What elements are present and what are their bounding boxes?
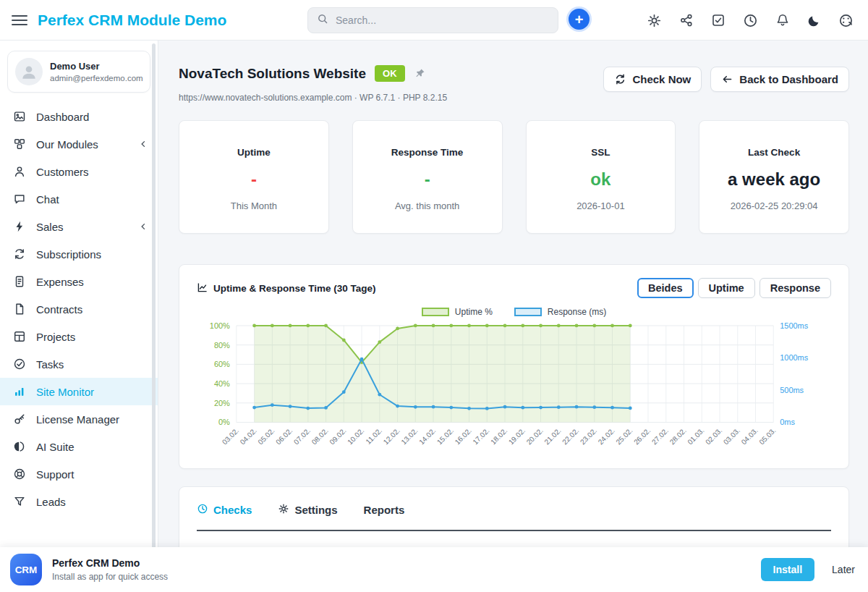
sidebar-item-label: Chat	[36, 193, 59, 206]
back-to-dashboard-button[interactable]: Back to Dashboard	[710, 67, 849, 92]
stats-row: Uptime - This Month Response Time - Avg.…	[179, 120, 849, 234]
svg-text:11.02.: 11.02.	[364, 426, 383, 446]
legend-item[interactable]: Response (ms)	[514, 307, 606, 317]
legend-item[interactable]: Uptime %	[422, 307, 493, 317]
chevron-left-icon	[139, 222, 148, 231]
svg-text:13.02.: 13.02.	[399, 426, 419, 446]
legend-swatch	[514, 308, 542, 316]
chart-button-beides[interactable]: Beides	[637, 278, 694, 298]
sidebar-item-leads[interactable]: Leads	[0, 488, 158, 515]
svg-text:08.02.: 08.02.	[310, 426, 330, 446]
svg-text:04.03.: 04.03.	[740, 426, 760, 446]
sidebar-item-customers[interactable]: Customers	[0, 158, 158, 185]
sidebar-item-sales[interactable]: Sales	[0, 213, 158, 240]
tab-checks[interactable]: Checks	[197, 503, 252, 517]
svg-text:02.03.: 02.03.	[704, 426, 723, 446]
leads-funnel-icon	[13, 495, 26, 508]
projects-icon	[13, 330, 26, 343]
gear-icon[interactable]	[647, 13, 662, 28]
sidebar-item-label: Projects	[36, 331, 75, 343]
sidebar-menu: Dashboard Our Modules Customers Chat Sal…	[0, 103, 158, 515]
svg-text:500ms: 500ms	[780, 386, 804, 394]
arrow-left-icon	[721, 73, 733, 85]
sidebar-item-dashboard[interactable]: Dashboard	[0, 103, 158, 130]
sidebar-item-expenses[interactable]: Expenses	[0, 268, 158, 295]
hamburger-menu-icon[interactable]	[12, 12, 27, 28]
svg-text:09.02.: 09.02.	[328, 426, 347, 446]
user-email: admin@perfexdemo.com	[50, 74, 143, 83]
tasks-icon	[13, 358, 26, 371]
dashboard-icon	[13, 110, 26, 123]
check-now-label: Check Now	[632, 73, 691, 85]
tab-reports[interactable]: Reports	[364, 504, 405, 516]
quick-add-button[interactable]: +	[569, 9, 590, 30]
sidebar-item-label: Dashboard	[36, 111, 89, 123]
share-icon[interactable]	[679, 13, 694, 28]
sidebar-scrollbar[interactable]	[152, 43, 156, 586]
navbar-icon-cluster	[647, 0, 854, 41]
svg-text:25.02.: 25.02.	[614, 426, 634, 446]
stat-caption: This Month	[188, 200, 320, 211]
site-meta: https://www.novatech-solutions.example.c…	[179, 93, 447, 103]
palette-icon[interactable]	[838, 13, 854, 28]
install-button[interactable]: Install	[761, 558, 814, 581]
uptime-response-chart: 03.02.04.02.05.02.06.02.07.02.08.02.09.0…	[197, 318, 831, 461]
app-window: Perfex CRM Module Demo +	[0, 0, 868, 592]
sidebar-item-projects[interactable]: Projects	[0, 323, 158, 350]
sidebar-item-contracts[interactable]: Contracts	[0, 295, 158, 323]
sidebar-item-our-modules[interactable]: Our Modules	[0, 130, 158, 158]
svg-text:20%: 20%	[214, 399, 230, 407]
chart-button-uptime[interactable]: Uptime	[698, 278, 755, 298]
sidebar-item-label: Leads	[36, 496, 66, 508]
install-subtitle: Install as app for quick access	[52, 572, 168, 582]
tab-settings[interactable]: Settings	[278, 503, 337, 517]
chart-button-response[interactable]: Response	[760, 278, 831, 298]
status-badge: OK	[375, 65, 405, 82]
user-profile-card[interactable]: Demo User admin@perfexdemo.com	[7, 51, 150, 93]
sidebar-item-support[interactable]: Support	[0, 460, 158, 488]
check-now-button[interactable]: Check Now	[603, 67, 702, 92]
sidebar-item-license-manager[interactable]: License Manager	[0, 405, 158, 433]
svg-text:05.03.: 05.03.	[757, 426, 777, 446]
svg-text:40%: 40%	[214, 379, 230, 388]
legend-swatch	[422, 308, 449, 316]
sidebar-item-site-monitor[interactable]: Site Monitor	[0, 378, 158, 405]
check-square-icon[interactable]	[711, 13, 726, 28]
stat-caption: 2026-10-01	[535, 200, 667, 211]
bell-icon[interactable]	[775, 13, 790, 28]
svg-text:14.02.: 14.02.	[417, 426, 437, 446]
crm-logo: CRM	[10, 554, 42, 585]
svg-text:10.02.: 10.02.	[346, 426, 365, 446]
search-input[interactable]	[334, 14, 549, 27]
stat-caption: Avg. this month	[362, 200, 493, 211]
svg-text:20.02.: 20.02.	[525, 426, 545, 446]
sidebar-item-tasks[interactable]: Tasks	[0, 350, 158, 378]
later-button[interactable]: Later	[832, 564, 855, 575]
app-title[interactable]: Perfex CRM Module Demo	[38, 12, 226, 29]
pin-icon[interactable]	[414, 67, 426, 80]
svg-text:23.02.: 23.02.	[579, 426, 598, 446]
chart-range-buttons: Beides Uptime Response	[637, 278, 831, 298]
ai-suite-icon	[13, 440, 26, 453]
svg-text:24.02.: 24.02.	[597, 426, 616, 446]
life-buoy-icon	[13, 468, 26, 481]
stat-value: -	[362, 169, 493, 190]
contracts-icon	[13, 303, 26, 316]
top-navbar: Perfex CRM Module Demo +	[0, 0, 868, 41]
sidebar-item-label: Subscriptions	[36, 248, 101, 261]
sidebar-item-label: Tasks	[36, 358, 64, 371]
moon-icon[interactable]	[807, 14, 821, 28]
sidebar-item-ai-suite[interactable]: AI Suite	[0, 433, 158, 460]
clock-icon[interactable]	[743, 13, 758, 28]
svg-text:60%: 60%	[214, 360, 230, 368]
sidebar-item-chat[interactable]: Chat	[0, 185, 158, 213]
svg-text:16.02.: 16.02.	[454, 426, 473, 446]
line-chart-icon	[197, 282, 208, 295]
sidebar-item-subscriptions[interactable]: Subscriptions	[0, 240, 158, 268]
chart-legend: Uptime %Response (ms)	[197, 307, 831, 317]
svg-text:06.02.: 06.02.	[274, 426, 294, 446]
tab-label: Settings	[294, 504, 337, 516]
stat-title: Response Time	[362, 147, 493, 158]
page-title: NovaTech Solutions Website	[179, 66, 366, 82]
stat-value: ok	[535, 169, 667, 190]
